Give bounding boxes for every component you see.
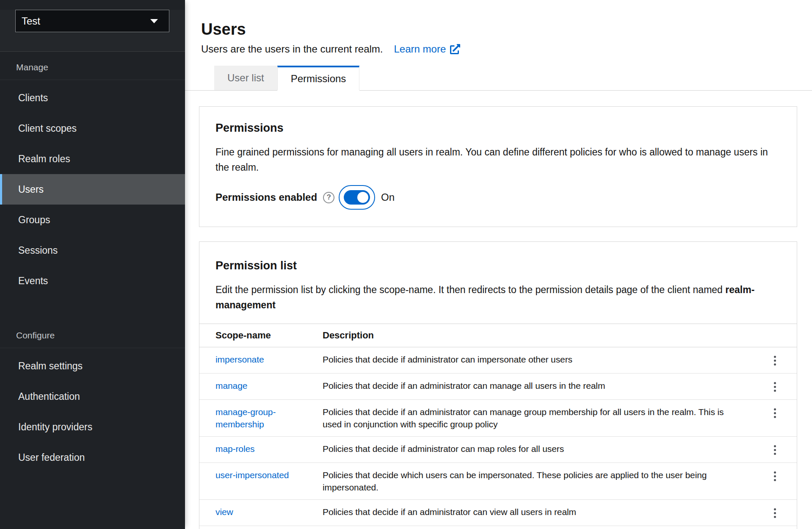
- table-row: manage-group-membership Policies that de…: [199, 400, 797, 437]
- row-description: Policies that decide if administrator ca…: [323, 347, 753, 374]
- table-header-row: Scope-name Description: [199, 324, 797, 347]
- scope-link-impersonate[interactable]: impersonate: [215, 355, 264, 364]
- tab-permissions[interactable]: Permissions: [277, 66, 360, 90]
- sidebar-item-groups[interactable]: Groups: [0, 205, 185, 235]
- permission-list-description-text: Edit the permission list by clicking the…: [215, 284, 725, 295]
- table-row: view Policies that decide if an administ…: [199, 500, 797, 526]
- sidebar-item-realm-settings[interactable]: Realm settings: [0, 351, 185, 381]
- sidebar-item-identity-providers[interactable]: Identity providers: [0, 412, 185, 442]
- sidebar: Test Manage Clients Client scopes Realm …: [0, 0, 185, 529]
- permission-table: Scope-name Description impersonate Polic…: [199, 324, 797, 526]
- kebab-vertical-icon[interactable]: [770, 407, 780, 420]
- page-header: Users Users are the users in the current…: [185, 0, 812, 55]
- sidebar-item-users[interactable]: Users: [0, 174, 185, 205]
- kebab-vertical-icon[interactable]: [770, 354, 780, 367]
- sidebar-item-realm-roles[interactable]: Realm roles: [0, 144, 185, 174]
- sidebar-item-events[interactable]: Events: [0, 266, 185, 296]
- realm-selector[interactable]: Test: [15, 10, 169, 32]
- nav-section-title-configure: Configure: [0, 320, 185, 348]
- page-subtitle: Users are the users in the current realm…: [201, 43, 383, 55]
- row-description: Policies that decide which users can be …: [323, 463, 753, 500]
- question-circle-icon[interactable]: ?: [323, 192, 334, 203]
- table-row: manage Policies that decide if an admini…: [199, 374, 797, 400]
- permissions-enabled-toggle[interactable]: [344, 190, 370, 205]
- scope-link-manage-group-membership[interactable]: manage-group-membership: [215, 407, 276, 429]
- tab-user-list[interactable]: User list: [214, 66, 277, 90]
- scope-link-view[interactable]: view: [215, 507, 233, 517]
- table-row: impersonate Policies that decide if admi…: [199, 347, 797, 374]
- row-description: Policies that decide if an administrator…: [323, 374, 753, 400]
- external-link-icon: [450, 44, 460, 54]
- tab-bar: User list Permissions: [185, 66, 812, 91]
- nav-section-configure: Configure Realm settings Authentication …: [0, 320, 185, 473]
- scope-link-map-roles[interactable]: map-roles: [215, 444, 254, 454]
- sidebar-nav: Manage Clients Client scopes Realm roles…: [0, 52, 185, 473]
- content-area: Permissions Fine grained permissions for…: [185, 106, 812, 529]
- permission-list-title: Permission list: [215, 259, 781, 273]
- sidebar-item-user-federation[interactable]: User federation: [0, 442, 185, 473]
- table-row: user-impersonated Policies that decide w…: [199, 463, 797, 500]
- kebab-vertical-icon[interactable]: [770, 443, 780, 457]
- permissions-toggle-row: Permissions enabled ? On: [215, 185, 781, 210]
- permissions-card-title: Permissions: [215, 121, 781, 135]
- kebab-vertical-icon[interactable]: [770, 380, 780, 393]
- learn-more-label: Learn more: [394, 43, 446, 55]
- toggle-knob: [357, 192, 368, 203]
- row-description: Policies that decide if administrator ca…: [323, 437, 753, 463]
- permissions-enabled-label: Permissions enabled: [215, 191, 317, 203]
- realm-selector-label: Test: [22, 15, 40, 27]
- nav-list-configure: Realm settings Authentication Identity p…: [0, 348, 185, 473]
- scope-link-user-impersonated[interactable]: user-impersonated: [215, 470, 289, 480]
- kebab-vertical-icon[interactable]: [770, 470, 780, 483]
- nav-list-manage: Clients Client scopes Realm roles Users …: [0, 80, 185, 296]
- table-row: map-roles Policies that decide if admini…: [199, 437, 797, 463]
- main-content: Users Users are the users in the current…: [185, 0, 812, 529]
- permissions-card-description: Fine grained permissions for managing al…: [215, 144, 781, 175]
- nav-section-title-manage: Manage: [0, 52, 185, 80]
- scope-link-manage[interactable]: manage: [215, 381, 247, 391]
- sidebar-item-client-scopes[interactable]: Client scopes: [0, 113, 185, 144]
- page-subtitle-row: Users are the users in the current realm…: [201, 43, 797, 55]
- toggle-state-label: On: [381, 191, 395, 203]
- realm-band: Test: [0, 10, 185, 52]
- column-header-scope-name: Scope-name: [199, 324, 323, 347]
- column-header-actions: [753, 324, 797, 347]
- permission-list-header: Permission list Edit the permission list…: [199, 259, 797, 313]
- chevron-down-icon: [150, 19, 158, 23]
- permission-list-card: Permission list Edit the permission list…: [199, 241, 797, 529]
- learn-more-link[interactable]: Learn more: [394, 43, 461, 55]
- permissions-card: Permissions Fine grained permissions for…: [199, 106, 797, 227]
- row-description: Policies that decide if an administrator…: [323, 500, 753, 526]
- column-header-description: Description: [323, 324, 753, 347]
- permission-list-description: Edit the permission list by clicking the…: [215, 282, 781, 313]
- row-description: Policies that decide if an administrator…: [323, 400, 753, 437]
- nav-section-manage: Manage Clients Client scopes Realm roles…: [0, 52, 185, 296]
- permissions-switch-focus-ring: [339, 185, 375, 210]
- sidebar-item-authentication[interactable]: Authentication: [0, 381, 185, 412]
- sidebar-item-clients[interactable]: Clients: [0, 83, 185, 113]
- page-title: Users: [201, 20, 797, 39]
- sidebar-item-sessions[interactable]: Sessions: [0, 235, 185, 266]
- kebab-vertical-icon[interactable]: [770, 507, 780, 520]
